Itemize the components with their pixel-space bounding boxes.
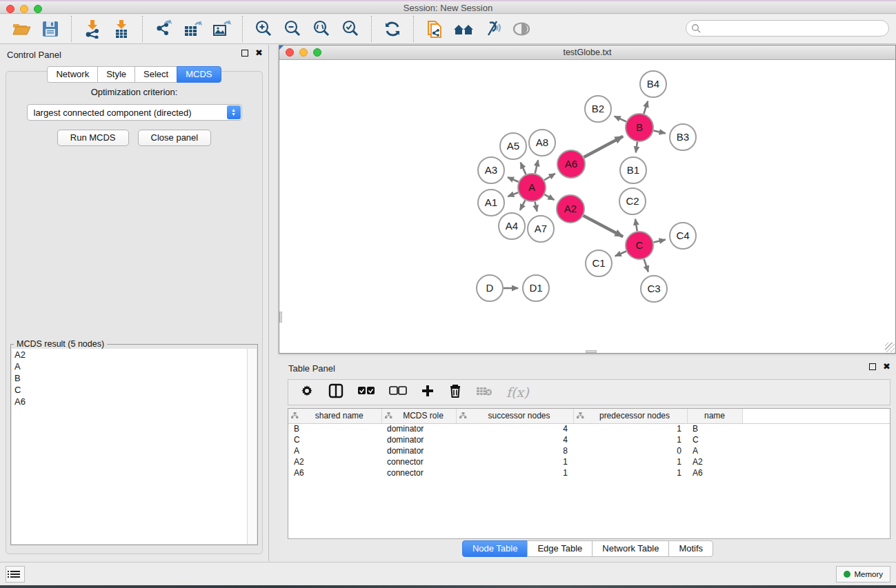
table-cell[interactable]: B: [288, 423, 381, 434]
result-item[interactable]: A6: [12, 396, 257, 407]
edge-A-A4[interactable]: [520, 201, 525, 210]
network-vertical-scrollbar[interactable]: [279, 312, 282, 323]
node-A7[interactable]: A7: [528, 216, 554, 242]
home-button[interactable]: [449, 16, 478, 42]
node-D1[interactable]: D1: [523, 275, 549, 301]
node-table[interactable]: shared nameMCDS rolesuccessor nodesprede…: [288, 408, 890, 539]
table-row[interactable]: A6connector11A6: [288, 467, 890, 478]
tab-mcds[interactable]: MCDS: [177, 66, 221, 83]
node-B1[interactable]: B1: [620, 157, 646, 183]
edge-A2-C[interactable]: [584, 216, 624, 237]
node-A2[interactable]: A2: [557, 195, 584, 223]
table-cell[interactable]: A2: [288, 456, 381, 467]
edge-B-B1[interactable]: [636, 142, 637, 152]
result-item[interactable]: A2: [12, 349, 257, 361]
tab-style[interactable]: Style: [97, 66, 135, 83]
network-window-titlebar[interactable]: testGlobe.txt: [279, 45, 895, 60]
select-all-button[interactable]: [357, 386, 375, 398]
node-D[interactable]: D: [477, 275, 503, 301]
node-A1[interactable]: A1: [478, 190, 504, 216]
table-cell[interactable]: dominator: [381, 445, 456, 456]
network-horizontal-scrollbar[interactable]: [586, 350, 597, 353]
table-cell[interactable]: A6: [687, 467, 742, 478]
table-cell[interactable]: 1: [573, 423, 687, 434]
table-cell[interactable]: connector: [381, 456, 456, 467]
edge-A-A2[interactable]: [544, 194, 554, 200]
run-mcds-button[interactable]: Run MCDS: [57, 130, 129, 146]
table-cell[interactable]: dominator: [381, 423, 456, 434]
column-header[interactable]: name: [687, 409, 742, 423]
edge-A-A1[interactable]: [508, 192, 518, 196]
float-panel-icon[interactable]: [241, 50, 248, 57]
open-session-button[interactable]: [7, 16, 36, 42]
column-header[interactable]: predecessor nodes: [573, 409, 687, 423]
table-row[interactable]: Bdominator41B: [288, 423, 890, 434]
edge-B-B3[interactable]: [653, 131, 665, 134]
delete-column-button[interactable]: [448, 383, 462, 401]
column-header[interactable]: successor nodes: [456, 409, 573, 423]
node-A3[interactable]: A3: [478, 157, 504, 183]
table-row[interactable]: Adominator80A: [288, 445, 890, 456]
show-graphics-button[interactable]: [507, 16, 536, 42]
optimization-criterion-select[interactable]: largest connected component (directed) ▲…: [27, 104, 242, 121]
node-A[interactable]: A: [518, 174, 546, 201]
import-network-button[interactable]: [78, 16, 107, 42]
table-row[interactable]: A2connector11A2: [288, 456, 890, 467]
table-cell[interactable]: 8: [456, 445, 573, 456]
table-cell[interactable]: C: [288, 434, 381, 445]
edge-A6-B[interactable]: [584, 136, 624, 157]
search-input[interactable]: [686, 20, 889, 37]
edge-A-A7[interactable]: [535, 202, 537, 212]
edge-C-C1[interactable]: [615, 251, 626, 256]
save-session-button[interactable]: [36, 16, 65, 42]
node-C2[interactable]: C2: [619, 188, 646, 214]
node-C3[interactable]: C3: [641, 276, 667, 302]
close-table-panel-icon[interactable]: ✖: [883, 363, 890, 370]
result-item[interactable]: B: [12, 372, 257, 384]
table-cell[interactable]: B: [687, 423, 742, 434]
table-cell[interactable]: connector: [381, 467, 456, 478]
column-header[interactable]: shared name: [288, 409, 381, 423]
export-image-button[interactable]: [207, 16, 236, 42]
result-item[interactable]: C: [12, 384, 257, 396]
tab-network-table[interactable]: Network Table: [592, 540, 669, 557]
table-cell[interactable]: A: [687, 445, 742, 456]
clone-network-button[interactable]: [420, 16, 449, 42]
network-graph[interactable]: B4B2BB3A5A8A6A3B1AA1C2A2A4A7C4CC1C3DD1: [279, 60, 895, 353]
column-header[interactable]: MCDS role: [381, 409, 456, 423]
refresh-button[interactable]: [378, 16, 407, 42]
node-B[interactable]: B: [626, 114, 653, 141]
node-A4[interactable]: A4: [499, 213, 525, 239]
zoom-fit-button[interactable]: [307, 16, 336, 42]
tab-network[interactable]: Network: [47, 66, 98, 83]
node-B2[interactable]: B2: [585, 96, 611, 122]
float-table-panel-icon[interactable]: [869, 363, 876, 370]
table-cell[interactable]: A: [288, 445, 381, 456]
table-cell[interactable]: dominator: [381, 434, 456, 445]
delete-table-button[interactable]: [476, 385, 492, 399]
edge-C-C4[interactable]: [653, 240, 665, 243]
network-resize-grip[interactable]: [885, 343, 895, 352]
tab-node-table[interactable]: Node Table: [462, 540, 528, 557]
table-cell[interactable]: 0: [573, 445, 687, 456]
table-cell[interactable]: 1: [573, 467, 687, 478]
hide-graphics-button[interactable]: [478, 16, 507, 42]
table-cell[interactable]: C: [687, 434, 742, 445]
node-A6[interactable]: A6: [557, 150, 585, 178]
table-cell[interactable]: 1: [573, 434, 687, 445]
table-row[interactable]: Cdominator41C: [288, 434, 890, 445]
export-network-button[interactable]: [149, 16, 178, 42]
node-C4[interactable]: C4: [670, 223, 696, 249]
tab-edge-table[interactable]: Edge Table: [527, 540, 593, 557]
table-cell[interactable]: 4: [456, 423, 573, 434]
close-panel-icon[interactable]: ✖: [255, 50, 263, 57]
zoom-out-button[interactable]: [278, 16, 307, 42]
edge-A-A5[interactable]: [521, 163, 526, 174]
network-canvas[interactable]: B4B2BB3A5A8A6A3B1AA1C2A2A4A7C4CC1C3DD1: [279, 60, 895, 353]
zoom-selected-button[interactable]: [336, 16, 365, 42]
table-settings-button[interactable]: [299, 383, 315, 401]
table-cell[interactable]: 1: [456, 467, 573, 478]
tab-motifs[interactable]: Motifs: [668, 540, 713, 557]
import-table-button[interactable]: [107, 16, 136, 42]
edge-A-A3[interactable]: [508, 177, 519, 182]
